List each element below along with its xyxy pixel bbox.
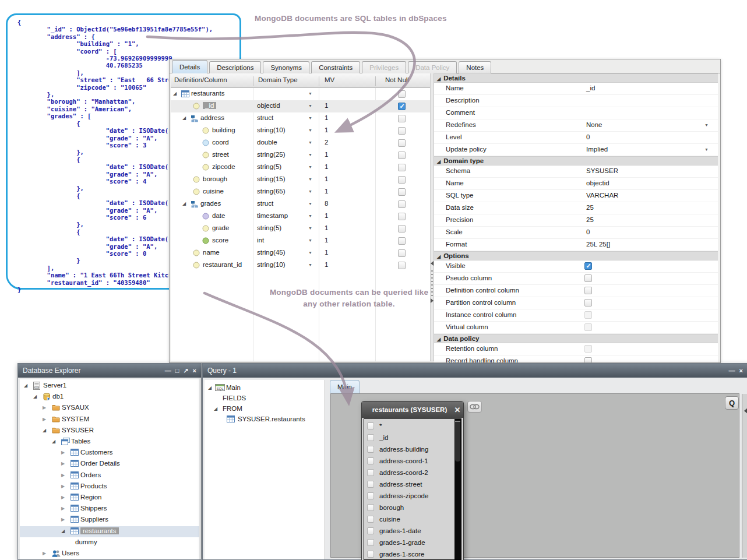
expanded-icon[interactable]: ◢ <box>182 201 186 206</box>
property-row[interactable]: Retention column <box>434 343 718 355</box>
tab-synonyms[interactable]: Synonyms <box>263 61 309 73</box>
field-checkbox[interactable] <box>367 539 374 546</box>
property-row[interactable]: Instance control column <box>434 309 718 322</box>
dropdown-icon[interactable]: ▼ <box>308 202 312 206</box>
field-item[interactable]: cuisine <box>364 514 454 526</box>
field-checkbox[interactable] <box>367 481 374 488</box>
field-checkbox[interactable] <box>367 516 374 523</box>
section-header-details[interactable]: ◢Details <box>434 73 718 83</box>
field-item[interactable]: borough <box>364 502 454 514</box>
scrollbar-thumb[interactable] <box>455 421 460 462</box>
property-value[interactable]: 0 <box>586 133 590 140</box>
tree-item-region[interactable]: ▶Region <box>20 492 199 503</box>
collapsed-icon[interactable]: ▶ <box>43 551 46 556</box>
property-checkbox[interactable] <box>584 274 592 282</box>
not-null-checkbox[interactable] <box>398 115 406 122</box>
section-header-data-policy[interactable]: ◢Data policy <box>434 334 718 343</box>
tab-descriptions[interactable]: Descriptions <box>209 61 261 73</box>
tree-item-shippers[interactable]: ▶Shippers <box>20 503 199 515</box>
property-row[interactable]: Scale0 <box>434 227 718 239</box>
not-null-checkbox[interactable] <box>398 237 406 245</box>
property-row[interactable]: Format25L 25[] <box>434 239 718 251</box>
dropdown-icon[interactable]: ▼ <box>308 214 312 218</box>
tree-item-users[interactable]: ▶Users <box>20 548 199 559</box>
tree-item-dummy[interactable]: dummy <box>20 537 199 548</box>
not-null-checkbox[interactable] <box>398 164 406 171</box>
query-titlebar[interactable]: Query - 1 —× <box>203 364 747 378</box>
query-tree-item-sysuser-restaurants[interactable]: SYSUSER.restaurants <box>205 414 325 425</box>
collapsed-icon[interactable]: ▶ <box>61 484 65 489</box>
expanded-icon[interactable]: ◢ <box>24 383 27 388</box>
section-header-domain-type[interactable]: ◢Domain type <box>434 156 718 165</box>
collapsed-icon[interactable]: ▶ <box>61 517 65 522</box>
collapsed-icon[interactable]: ▶ <box>61 495 65 500</box>
column-row[interactable]: restaurant_idstring(10)▼1 <box>171 259 430 272</box>
section-expanded-icon[interactable]: ◢ <box>437 157 441 166</box>
expanded-icon[interactable]: ◢ <box>173 91 177 96</box>
column-row[interactable]: ◢gradesstruct▼8 <box>171 198 430 210</box>
join-link-button[interactable] <box>467 401 482 413</box>
field-checkbox[interactable] <box>367 492 374 499</box>
field-checkbox[interactable] <box>367 422 374 429</box>
dropdown-icon[interactable]: ▼ <box>308 140 312 145</box>
property-value[interactable]: 25 <box>586 204 594 211</box>
dropdown-icon[interactable]: ▼ <box>704 123 709 127</box>
field-item[interactable]: * <box>364 421 454 432</box>
tree-item-server1[interactable]: ◢Server1 <box>20 381 199 392</box>
property-checkbox[interactable] <box>584 357 592 362</box>
popout-icon[interactable]: ↗ <box>183 364 188 378</box>
property-value[interactable]: Implied <box>586 146 608 153</box>
tree-item-db1[interactable]: ◢db1 <box>20 392 199 403</box>
query-tree-item-fields[interactable]: FIELDS <box>205 393 325 404</box>
tab-details[interactable]: Details <box>172 60 207 73</box>
dropdown-icon[interactable]: ▼ <box>308 251 312 255</box>
dropdown-icon[interactable]: ▼ <box>308 238 312 242</box>
dropdown-icon[interactable]: ▼ <box>308 116 312 120</box>
close-icon[interactable]: × <box>193 364 196 378</box>
property-row[interactable]: Nameobjectid <box>434 178 718 190</box>
tree-item-system[interactable]: ▶SYSTEM <box>20 414 199 425</box>
dropdown-icon[interactable]: ▼ <box>308 189 312 193</box>
expanded-icon[interactable]: ◢ <box>61 529 65 534</box>
tree-item-sysuser[interactable]: ◢SYSUSER <box>20 425 199 436</box>
field-checkbox[interactable] <box>367 434 374 441</box>
not-null-checkbox[interactable] <box>398 176 406 184</box>
minimize-icon[interactable]: — <box>165 364 171 378</box>
dropdown-icon[interactable]: ▼ <box>308 177 312 181</box>
field-checkbox[interactable] <box>367 457 374 464</box>
dropdown-icon[interactable]: ▼ <box>308 263 312 267</box>
collapsed-icon[interactable]: ▶ <box>43 405 46 410</box>
property-value[interactable]: SYSUSER <box>586 167 618 174</box>
not-null-checkbox[interactable] <box>398 139 406 147</box>
field-checkbox[interactable] <box>367 446 374 453</box>
not-null-checkbox[interactable] <box>398 213 406 220</box>
property-row[interactable]: Data size25 <box>434 202 718 214</box>
column-row[interactable]: streetstring(25)▼1 <box>171 149 430 161</box>
property-row[interactable]: Level0 <box>434 132 718 144</box>
expanded-icon[interactable]: ◢ <box>43 428 46 433</box>
section-header-options[interactable]: ◢Options <box>434 251 718 260</box>
column-row[interactable]: zipcodestring(5)▼1 <box>171 161 430 174</box>
column-row[interactable]: gradestring(5)▼1 <box>171 223 430 235</box>
dropdown-icon[interactable]: ▼ <box>704 147 709 152</box>
not-null-checkbox[interactable] <box>398 152 406 159</box>
expanded-icon[interactable]: ◢ <box>33 394 37 399</box>
tab-constraints[interactable]: Constraints <box>311 61 360 73</box>
field-checkbox[interactable] <box>367 504 374 511</box>
property-row[interactable]: RedefinesNone▼ <box>434 119 718 132</box>
section-expanded-icon[interactable]: ◢ <box>437 335 441 344</box>
expand-panel-icon[interactable] <box>744 408 747 414</box>
property-checkbox[interactable] <box>584 299 592 307</box>
fields-panel-header[interactable]: restaurants (SYSUSER) ✕ <box>362 401 463 418</box>
property-value[interactable]: objectid <box>586 179 609 186</box>
not-null-checkbox[interactable] <box>398 262 406 269</box>
field-item[interactable]: address-coord-1 <box>364 456 454 467</box>
property-row[interactable]: Comment <box>434 107 718 119</box>
column-row[interactable]: datetimestamp▼1 <box>171 210 430 223</box>
tab-main[interactable]: Main <box>330 380 360 393</box>
database-explorer-titlebar[interactable]: Database Explorer —□↗× <box>18 364 201 378</box>
query-tree-item-main[interactable]: ◢SQLMain <box>205 383 325 394</box>
dropdown-icon[interactable]: ▼ <box>308 104 312 108</box>
column-row[interactable]: ◢addressstruct▼1 <box>171 112 430 125</box>
collapsed-icon[interactable]: ▶ <box>61 450 65 455</box>
